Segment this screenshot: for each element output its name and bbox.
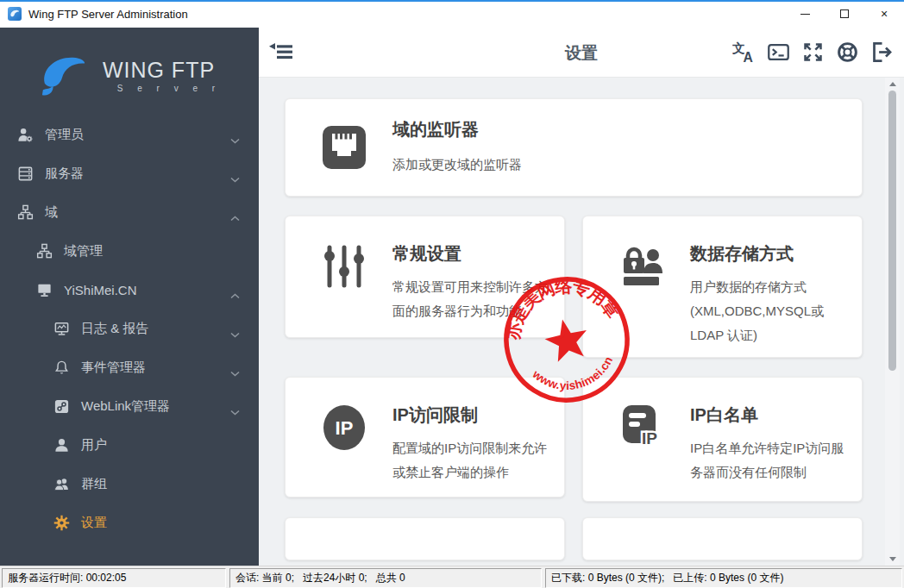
sidebar-item-label: 服务器	[45, 166, 84, 182]
sidebar-item-settings[interactable]: 设置	[0, 504, 259, 542]
ethernet-icon	[320, 123, 368, 172]
chevron-down-icon	[230, 326, 240, 341]
sidebar-item-label: 事件管理器	[81, 360, 146, 376]
status-transfer: 已下载: 0 Bytes (0 文件); 已上传: 0 Bytes (0 文件)	[545, 568, 902, 588]
wingftp-logo: WING FTP S e r v e r	[0, 41, 259, 109]
sitemap-icon	[36, 243, 53, 260]
user-icon	[53, 437, 70, 454]
sidebar-item-label: 管理员	[45, 127, 84, 143]
sidebar-item-event-manager[interactable]: 事件管理器	[0, 348, 259, 387]
card-ip-whitelist[interactable]: IP IP白名单 IP白名单允许特定IP访问服务器而没有任何限制	[582, 377, 863, 502]
logo-sub-text: S e r v e r	[97, 84, 221, 93]
sidebar-item-server[interactable]: 服务器	[0, 154, 259, 193]
scrollbar-thumb[interactable]	[888, 91, 896, 371]
monitor-icon	[36, 282, 53, 298]
card-title: IP访问限制	[392, 403, 549, 427]
server-icon	[17, 166, 34, 182]
sidebar-item-groups[interactable]: 群组	[0, 465, 259, 504]
card-partial-right[interactable]	[582, 517, 863, 560]
card-title: 数据存储方式	[690, 242, 846, 266]
scroll-down-arrow-icon[interactable]	[885, 553, 900, 566]
card-desc: IP白名单允许特定IP访问服务器而没有任何限制	[690, 436, 846, 485]
sidebar-item-label: 域	[45, 204, 58, 221]
language-icon[interactable]: 文A	[732, 41, 756, 64]
chart-monitor-icon	[53, 321, 70, 337]
app-logo-icon	[8, 7, 22, 21]
chevron-up-icon	[230, 287, 240, 302]
terminal-icon[interactable]	[767, 41, 790, 64]
svg-text:IP: IP	[642, 429, 657, 447]
ip-server-icon: IP	[618, 403, 666, 452]
card-title: 常规设置	[392, 242, 549, 266]
card-ip-access[interactable]: IP IP访问限制 配置域的IP访问限制来允许或禁止客户端的操作	[285, 377, 565, 497]
minimize-button[interactable]	[785, 2, 825, 26]
status-uptime: 服务器运行时间: 00:02:05	[2, 568, 226, 588]
sidebar-item-label: 域管理	[64, 243, 103, 260]
chevron-down-icon	[230, 171, 240, 185]
close-button[interactable]: ×	[864, 2, 904, 26]
scroll-up-arrow-icon[interactable]	[885, 78, 900, 91]
card-desc: 添加或更改域的监听器	[392, 153, 522, 177]
card-general-settings[interactable]: 常规设置 常规设置可用来控制许多方面的服务器行为和功能	[285, 216, 565, 338]
ip-circle-icon: IP	[320, 403, 368, 452]
gear-icon	[53, 515, 70, 531]
card-partial-left[interactable]	[285, 517, 565, 560]
sidebar-item-label: YiShiMei.CN	[64, 283, 136, 297]
status-sessions: 会话: 当前 0; 过去24小时 0; 总共 0	[229, 568, 542, 588]
sitemap-icon	[17, 204, 34, 221]
sidebar-item-label: 日志 & 报告	[81, 321, 148, 337]
user-gear-icon	[17, 127, 34, 143]
wingftp-bird-icon	[38, 52, 88, 98]
sidebar-item-domains[interactable]: 域	[0, 193, 259, 232]
sidebar-item-weblink-manager[interactable]: WebLink管理器	[0, 387, 259, 426]
app-window: Wing FTP Server Administration × WING FT…	[0, 0, 904, 588]
svg-text:A: A	[743, 50, 752, 64]
link-icon	[53, 398, 70, 415]
title-bar: Wing FTP Server Administration ×	[0, 2, 904, 26]
card-title: IP白名单	[690, 403, 846, 427]
sidebar: WING FTP S e r v e r 管理员 服务器	[0, 28, 259, 566]
sliders-icon	[320, 242, 368, 291]
svg-text:IP: IP	[336, 417, 354, 439]
help-lifering-icon[interactable]	[836, 41, 859, 64]
window-title: Wing FTP Server Administration	[28, 8, 188, 21]
sidebar-menu: 管理员 服务器 域 域管理	[0, 116, 259, 542]
sidebar-item-users[interactable]: 用户	[0, 426, 259, 465]
card-desc: 配置域的IP访问限制来允许或禁止客户端的操作	[392, 436, 549, 485]
sidebar-item-label: 群组	[81, 476, 107, 492]
users-icon	[53, 476, 70, 492]
card-title: 域的监听器	[392, 118, 522, 141]
main-header: 设置 文A	[259, 28, 904, 78]
sidebar-item-logs-reports[interactable]: 日志 & 报告	[0, 310, 259, 348]
status-bar: 服务器运行时间: 00:02:05 会话: 当前 0; 过去24小时 0; 总共…	[0, 566, 904, 588]
chevron-down-icon	[230, 403, 240, 418]
vertical-scrollbar[interactable]	[885, 78, 900, 566]
card-desc: 常规设置可用来控制许多方面的服务器行为和功能	[392, 275, 549, 323]
fullscreen-icon[interactable]	[801, 41, 825, 64]
sidebar-item-domain-yishimei[interactable]: YiShiMei.CN	[0, 271, 259, 310]
settings-panel: 域的监听器 添加或更改域的监听器 常规设置 常规设置可用来控制许多方面的服务器行…	[259, 78, 904, 566]
logo-brand-text: WING FTP	[97, 58, 221, 83]
sidebar-item-label: WebLink管理器	[81, 398, 170, 415]
bell-icon	[53, 360, 70, 376]
chevron-down-icon	[230, 365, 240, 379]
card-data-storage[interactable]: 数据存储方式 用户数据的存储方式 (XML,ODBC,MYSQL或LDAP 认证…	[582, 216, 863, 358]
chevron-up-icon	[230, 210, 240, 224]
maximize-button[interactable]	[825, 2, 864, 26]
card-desc: 用户数据的存储方式 (XML,ODBC,MYSQL或LDAP 认证)	[690, 275, 846, 347]
sidebar-item-administrators[interactable]: 管理员	[0, 116, 259, 154]
logout-icon[interactable]	[870, 41, 894, 64]
sidebar-item-domain-admin[interactable]: 域管理	[0, 232, 259, 271]
chevron-down-icon	[230, 132, 240, 147]
sidebar-item-label: 设置	[81, 515, 107, 531]
lock-user-icon	[618, 242, 666, 291]
sidebar-item-label: 用户	[81, 437, 107, 454]
card-domain-listeners[interactable]: 域的监听器 添加或更改域的监听器	[285, 98, 863, 197]
